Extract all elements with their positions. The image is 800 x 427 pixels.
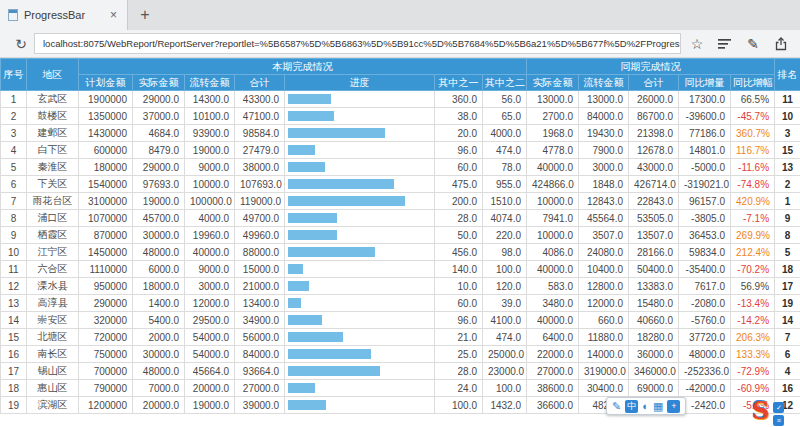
- web-note-icon[interactable]: ✎: [747, 37, 759, 51]
- cell-seq: 11: [1, 261, 27, 278]
- cell-transfer: 100000.0: [185, 193, 235, 210]
- cell-region: 白下区: [27, 142, 79, 159]
- col-header-yoy-delta: 同比增量: [679, 75, 731, 91]
- cell-plan: 600000: [79, 142, 133, 159]
- cell-part2: 39.0: [483, 295, 527, 312]
- progress-cell: [285, 91, 435, 108]
- cell-actual: 5400.0: [133, 312, 185, 329]
- cell-yoy_delta: 7617.0: [679, 278, 731, 295]
- progress-bar: [288, 349, 371, 359]
- browser-toolbar: ↻ localhost:8075/WebReport/ReportServer?…: [0, 30, 800, 58]
- cell-p_transfer: 12843.0: [579, 193, 629, 210]
- browser-tab[interactable]: ProgressBar ×: [0, 0, 128, 30]
- sogou-logo[interactable]: S: [752, 399, 769, 423]
- progress-bar: [288, 94, 331, 104]
- group-header-previous: 同期完成情况: [527, 59, 775, 75]
- cell-total: 84000.0: [235, 346, 285, 363]
- col-header-seq: 序号: [1, 59, 27, 91]
- cell-transfer: 19000.0: [185, 142, 235, 159]
- cell-p_transfer: 10400.0: [579, 261, 629, 278]
- cell-yoy_rate: 66.5%: [731, 91, 775, 108]
- report-table-body: 1玄武区190000029000.014300.043300.0360.056.…: [1, 91, 800, 414]
- table-row: 7雨花台区310000019000.0100000.0119000.0200.0…: [1, 193, 800, 210]
- hub-icon[interactable]: [718, 38, 732, 50]
- tray-icon-2[interactable]: ≡: [773, 415, 784, 426]
- cell-plan: 790000: [79, 380, 133, 397]
- col-header-rank: 排名: [775, 59, 800, 91]
- ime-toolbox-icon[interactable]: +: [667, 400, 680, 413]
- cell-yoy_delta: -319021.0: [679, 176, 731, 193]
- cell-rank: 1: [775, 193, 800, 210]
- cell-region: 北塘区: [27, 329, 79, 346]
- cell-p_transfer: 19430.0: [579, 125, 629, 142]
- cell-p_actual: 40000.0: [527, 261, 579, 278]
- cell-p_transfer: 12800.0: [579, 278, 629, 295]
- group-header-current: 本期完成情况: [79, 59, 527, 75]
- progress-cell: [285, 278, 435, 295]
- cell-seq: 13: [1, 295, 27, 312]
- browser-window: ProgressBar × + ↻ localhost:8075/WebRepo…: [0, 0, 800, 427]
- tray-icon-1[interactable]: ✓: [773, 402, 784, 413]
- cell-yoy_delta: -252336.0: [679, 363, 731, 380]
- ime-toolbar[interactable]: ✎ 中 ◐ ▦ +: [606, 397, 686, 415]
- cell-part2: 220.0: [483, 227, 527, 244]
- cell-total: 38000.0: [235, 159, 285, 176]
- tab-bar: ProgressBar × +: [0, 0, 800, 30]
- cell-yoy_rate: -74.8%: [731, 176, 775, 193]
- cell-part1: 96.0: [435, 312, 483, 329]
- table-row: 9栖霞区87000030000.019960.049960.050.0220.0…: [1, 227, 800, 244]
- new-tab-button[interactable]: +: [128, 0, 162, 30]
- ime-fullwidth-icon[interactable]: ◐: [642, 401, 649, 412]
- ime-language-icon[interactable]: 中: [625, 400, 638, 413]
- cell-actual: 37000.0: [133, 108, 185, 125]
- cell-p_total: 26000.0: [629, 91, 679, 108]
- progress-cell: [285, 261, 435, 278]
- cell-total: 88000.0: [235, 244, 285, 261]
- cell-actual: 45700.0: [133, 210, 185, 227]
- cell-region: 建邺区: [27, 125, 79, 142]
- cell-actual: 7000.0: [133, 380, 185, 397]
- ime-keyboard-icon[interactable]: ▦: [653, 401, 663, 412]
- cell-yoy_delta: -39600.0: [679, 108, 731, 125]
- cell-transfer: 19000.0: [185, 397, 235, 414]
- cell-transfer: 9000.0: [185, 159, 235, 176]
- progress-cell: [285, 312, 435, 329]
- cell-p_total: 53505.0: [629, 210, 679, 227]
- cell-part1: 28.0: [435, 363, 483, 380]
- cell-seq: 14: [1, 312, 27, 329]
- cell-total: 15000.0: [235, 261, 285, 278]
- cell-part2: 4074.0: [483, 210, 527, 227]
- cell-plan: 1430000: [79, 125, 133, 142]
- ime-pen-icon[interactable]: ✎: [612, 401, 621, 412]
- table-row: 11六合区11100006000.09000.015000.0140.0100.…: [1, 261, 800, 278]
- cell-part1: 96.0: [435, 142, 483, 159]
- refresh-icon[interactable]: ↻: [8, 33, 34, 55]
- cell-actual: 20000.0: [133, 397, 185, 414]
- col-header-region: 地区: [27, 59, 79, 91]
- ime-logo-group[interactable]: S ✓ ≡: [752, 399, 784, 426]
- share-icon[interactable]: [774, 37, 788, 51]
- cell-plan: 1540000: [79, 176, 133, 193]
- cell-seq: 9: [1, 227, 27, 244]
- cell-p_total: 18280.0: [629, 329, 679, 346]
- cell-p_total: 50400.0: [629, 261, 679, 278]
- cell-rank: 19: [775, 295, 800, 312]
- table-row: 5秦淮区18000029000.09000.038000.060.078.040…: [1, 159, 800, 176]
- cell-yoy_rate: 360.7%: [731, 125, 775, 142]
- cell-yoy_delta: -2420.0: [679, 397, 731, 414]
- cell-yoy_delta: -42000.0: [679, 380, 731, 397]
- col-header-part1: 其中之一: [435, 75, 483, 91]
- favorites-star-icon[interactable]: ☆: [691, 37, 704, 51]
- cell-transfer: 12000.0: [185, 295, 235, 312]
- cell-yoy_delta: 77186.0: [679, 125, 731, 142]
- table-row: 18惠山区7900007000.020000.027000.024.0100.0…: [1, 380, 800, 397]
- cell-plan: 700000: [79, 363, 133, 380]
- cell-yoy_delta: 59834.0: [679, 244, 731, 261]
- address-bar[interactable]: localhost:8075/WebReport/ReportServer?re…: [34, 33, 681, 54]
- cell-yoy_rate: -60.9%: [731, 380, 775, 397]
- cell-transfer: 14300.0: [185, 91, 235, 108]
- close-tab-icon[interactable]: ×: [108, 8, 119, 22]
- progress-cell: [285, 108, 435, 125]
- cell-seq: 4: [1, 142, 27, 159]
- cell-yoy_rate: 420.9%: [731, 193, 775, 210]
